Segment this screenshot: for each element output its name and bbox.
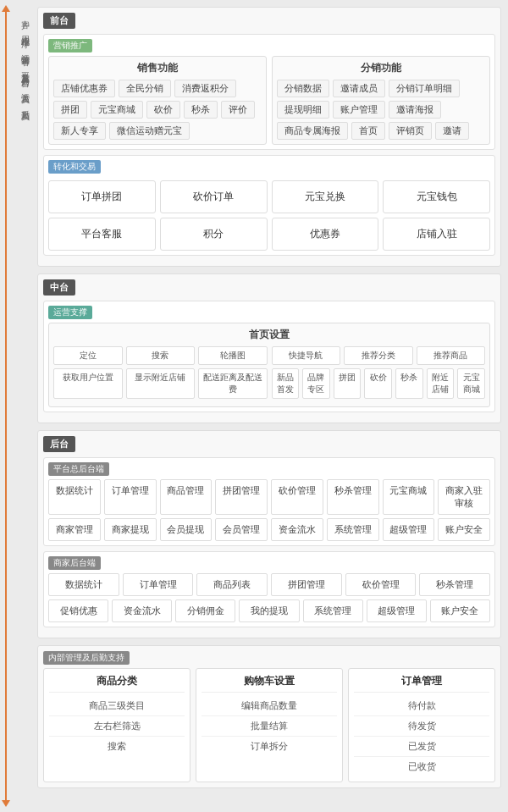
plat-merchant-audit: 商家入驻审核 — [438, 479, 490, 515]
hp-tag-carousel: 轮播图 — [198, 346, 268, 365]
conversion-title: 转化和交易 — [48, 160, 101, 174]
plat-sys-mgmt: 系统管理 — [327, 518, 379, 541]
tag-goods-poster: 商品专属海报 — [277, 122, 348, 140]
tag-yuanbao-mall: 元宝商城 — [91, 101, 143, 119]
merchant-row2: 促销优惠 资金流水 分销佣金 我的提现 系统管理 超级管理 账户安全 — [48, 599, 490, 622]
plat-account-security: 账户安全 — [438, 518, 490, 541]
arrow-head-top — [2, 5, 10, 12]
platform-admin-title: 平台总后台端 — [48, 462, 109, 476]
page-container: 客户 用户端小程序 运营营销者 平台后及及商户后台 运营人员 后勤人员 前台 营… — [0, 0, 508, 812]
homepage-two-col: 定位 搜索 轮播图 获取用户位置 显示附近店铺 配送距离及配送费 — [53, 346, 485, 402]
plat-flash-mgmt: 秒杀管理 — [327, 479, 379, 515]
merch-goods-list: 商品列表 — [196, 573, 268, 596]
tag-dist-data: 分销数据 — [277, 80, 329, 97]
middle-desk-section: 中台 运营支撑 首页设置 定位 搜索 轮播图 — [37, 273, 501, 423]
tag-homepage: 首页 — [351, 122, 385, 140]
homepage-settings-box: 首页设置 定位 搜索 轮播图 获取用户位置 显示附近店铺 配送距离及配 — [48, 323, 490, 407]
merch-fund-flow: 资金流水 — [112, 599, 172, 622]
hp-tag-brand: 品牌专区 — [302, 368, 330, 399]
cart-settings-col: 购物车设置 编辑商品数量 批量结算 订单拆分 — [196, 668, 343, 782]
merchant-admin-table: 数据统计 订单管理 商品列表 拼团管理 砍价管理 秒杀管理 促销优惠 资金流水 … — [48, 573, 490, 622]
arrow-head-bottom — [2, 800, 10, 807]
homepage-row2-left: 获取用户位置 显示附近店铺 配送距离及配送费 — [53, 368, 268, 399]
hp-tag-yuanbao2: 元宝商城 — [457, 368, 485, 399]
plat-fund-flow: 资金流水 — [271, 518, 323, 541]
card-shop-entry: 店铺入驻 — [383, 218, 490, 251]
goods-classify-col: 商品分类 商品三级类目 左右栏筛选 搜索 — [43, 668, 190, 782]
conversion-cards: 订单拼团 砍价订单 元宝兑换 元宝钱包 平台客服 积分 优惠券 店铺入驻 — [48, 180, 490, 251]
plat-merchant-mgmt: 商家管理 — [48, 518, 101, 541]
merch-flash-mgmt: 秒杀管理 — [419, 573, 490, 596]
homepage-row1-left: 定位 搜索 轮播图 — [53, 346, 268, 365]
order-pending-pay: 待付款 — [354, 696, 489, 716]
tag-kanjia: 砍价 — [146, 101, 180, 119]
tag-withdraw-detail: 提现明细 — [277, 101, 329, 119]
tag-dist-order: 分销订单明细 — [389, 80, 460, 97]
hp-tag-nearby2: 附近店铺 — [427, 368, 455, 399]
plat-member-mgmt: 会员管理 — [215, 518, 268, 541]
plat-merchant-withdraw: 商家提现 — [104, 518, 157, 541]
label-customer: 客户 — [12, 7, 37, 22]
merch-bargain-mgmt: 砍价管理 — [345, 573, 417, 596]
merchant-admin-section: 商家后台端 数据统计 订单管理 商品列表 拼团管理 砍价管理 秒杀管理 促销优惠… — [43, 551, 495, 627]
goods-lr-filter: 左右栏筛选 — [49, 716, 185, 737]
goods-search: 搜索 — [49, 737, 185, 756]
hp-tag-bargain: 砍价 — [364, 368, 392, 399]
card-platform-service: 平台客服 — [48, 218, 156, 251]
hp-tag-locate: 定位 — [53, 346, 123, 365]
merch-super-mgmt: 超级管理 — [367, 599, 427, 622]
cart-edit-qty: 编辑商品数量 — [202, 696, 337, 716]
content-column: 前台 营销推广 销售功能 店铺优惠券 全民分销 消费返积分 拼团 元宝商城 — [37, 0, 508, 812]
arrow-shaft — [5, 12, 7, 800]
dist-func-box: 分销功能 分销数据 邀请成员 分销订单明细 提现明细 账户管理 邀请海报 商品专… — [272, 56, 490, 145]
tag-all-dist: 全民分销 — [119, 80, 171, 97]
merch-account-security: 账户安全 — [430, 599, 490, 622]
platform-row1: 数据统计 订单管理 商品管理 拼团管理 砍价管理 秒杀管理 元宝商城 商家入驻审… — [48, 479, 490, 515]
ops-support-section: 运营支撑 首页设置 定位 搜索 轮播图 获取用户位置 — [43, 301, 495, 412]
homepage-settings-title: 首页设置 — [53, 328, 485, 342]
label-mini-program: 用户端小程序 — [12, 22, 37, 41]
plat-yuanbao-mall: 元宝商城 — [383, 479, 435, 515]
plat-data-stat: 数据统计 — [48, 479, 101, 515]
merch-data-stat: 数据统计 — [48, 573, 119, 596]
card-kanjia-order: 砍价订单 — [160, 180, 268, 213]
hp-tag-recommend-cat: 推荐分类 — [344, 346, 413, 365]
goods-classify-title: 商品分类 — [49, 674, 185, 693]
hp-tag-delivery: 配送距离及配送费 — [198, 368, 268, 399]
sales-func-box: 销售功能 店铺优惠券 全民分销 消费返积分 拼团 元宝商城 砍价 秒杀 评价 新… — [48, 56, 267, 145]
sales-func-title: 销售功能 — [53, 61, 262, 75]
merchant-admin-title: 商家后台端 — [48, 556, 101, 570]
homepage-right: 快捷导航 推荐分类 推荐商品 新品首发 品牌专区 拼团 砍价 秒杀 附近店铺 — [272, 346, 486, 402]
homepage-row2-right: 新品首发 品牌专区 拼团 砍价 秒杀 附近店铺 元宝商城 — [272, 368, 486, 399]
cart-order-split: 订单拆分 — [202, 737, 337, 756]
homepage-left: 定位 搜索 轮播图 获取用户位置 显示附近店铺 配送距离及配送费 — [53, 346, 268, 402]
card-yuanbao-exchange: 元宝兑换 — [272, 180, 379, 213]
label-platform-ops: 平台后及及商户后台 — [12, 58, 37, 80]
internal-mgmt-section: 内部管理及后勤支持 商品分类 商品三级类目 左右栏筛选 搜索 购物车设置 编辑商… — [37, 645, 501, 788]
merchant-row1: 数据统计 订单管理 商品列表 拼团管理 砍价管理 秒杀管理 — [48, 573, 490, 596]
card-order-group: 订单拼团 — [48, 180, 156, 213]
cart-settings-title: 购物车设置 — [202, 674, 337, 693]
order-received: 已收货 — [354, 757, 489, 776]
tag-review-page: 评销页 — [389, 122, 432, 140]
labels-column: 客户 用户端小程序 运营营销者 平台后及及商户后台 运营人员 后勤人员 — [12, 0, 37, 812]
tag-wechat-sport: 微信运动赠元宝 — [109, 122, 190, 140]
tag-new-user: 新人专享 — [53, 122, 106, 140]
hp-tag-group: 拼团 — [334, 368, 362, 399]
label-ops-person: 运营人员 — [12, 80, 37, 97]
merch-promo: 促销优惠 — [48, 599, 108, 622]
front-desk-section: 前台 营销推广 销售功能 店铺优惠券 全民分销 消费返积分 拼团 元宝商城 — [37, 7, 501, 267]
homepage-row1-right: 快捷导航 推荐分类 推荐商品 — [272, 346, 486, 365]
plat-member-withdraw: 会员提现 — [160, 518, 213, 541]
label-ops-staff: 运营营销者 — [12, 41, 37, 58]
tag-pintuan: 拼团 — [53, 101, 87, 119]
marketing-section: 营销推广 销售功能 店铺优惠券 全民分销 消费返积分 拼团 元宝商城 砍价 秒杀 — [43, 34, 495, 150]
arrow-column — [0, 0, 12, 812]
tag-invite-member: 邀请成员 — [333, 80, 385, 97]
hp-tag-search: 搜索 — [126, 346, 196, 365]
tag-invite-poster: 邀请海报 — [389, 101, 441, 119]
marketing-title: 营销推广 — [48, 39, 92, 52]
card-points: 积分 — [160, 218, 268, 251]
card-yuanbao-wallet: 元宝钱包 — [383, 180, 490, 213]
back-desk-section: 后台 平台总后台端 数据统计 订单管理 商品管理 拼团管理 砍价管理 秒杀管理 … — [37, 430, 501, 638]
